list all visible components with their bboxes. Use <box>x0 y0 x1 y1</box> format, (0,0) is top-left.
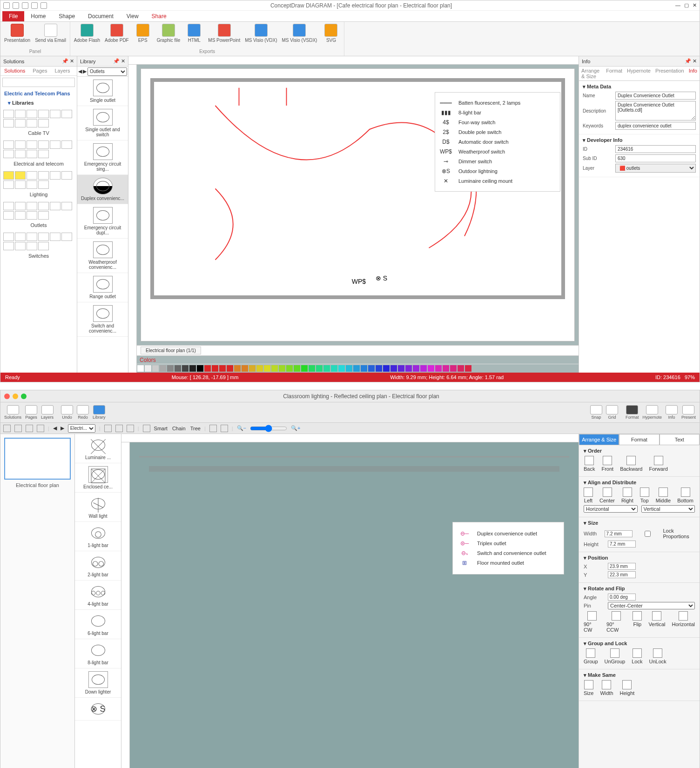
color-swatch[interactable] <box>167 365 174 372</box>
snap-button[interactable]: Snap <box>590 405 602 420</box>
send-email-button[interactable]: Send via Email <box>35 24 66 43</box>
layers-button[interactable]: Layers <box>41 405 54 420</box>
pages-button[interactable]: Pages <box>25 405 37 420</box>
text-tool-icon[interactable] <box>14 425 22 432</box>
tab-shape[interactable]: Shape <box>52 11 81 21</box>
undo-icon[interactable] <box>22 2 28 9</box>
zoom-button[interactable] <box>21 394 27 399</box>
color-swatch[interactable] <box>271 365 278 372</box>
color-swatch[interactable] <box>383 365 390 372</box>
angle-input[interactable] <box>608 594 636 601</box>
color-swatch[interactable] <box>458 365 464 372</box>
solutions-button[interactable]: Solutions <box>4 405 21 420</box>
same-width[interactable]: Width <box>600 680 613 696</box>
export-html[interactable]: HTML <box>185 24 203 43</box>
solution-category[interactable]: Electric and Telecom Plans <box>0 89 77 98</box>
lib-item[interactable]: Down lighter <box>75 668 121 698</box>
panel-close-icon[interactable]: 📌 ✕ <box>685 58 697 64</box>
grid-button[interactable]: Grid <box>606 405 618 420</box>
color-swatch[interactable] <box>197 365 203 372</box>
shape-tool-icon[interactable] <box>37 425 44 432</box>
stroke-tool-icon[interactable] <box>221 425 228 432</box>
align-bottom[interactable]: Bottom <box>677 488 693 503</box>
same-height[interactable]: Height <box>620 680 635 696</box>
pages-tab[interactable]: Pages <box>29 67 51 75</box>
export-visio-vdx[interactable]: MS Visio (VDX) <box>245 24 277 43</box>
maximize-button[interactable]: ▢ <box>684 2 689 8</box>
ungroup-button[interactable]: UnGroup <box>605 648 626 664</box>
layers-tab[interactable]: Layers <box>51 67 74 75</box>
zoom-slider[interactable] <box>250 425 287 432</box>
color-swatch[interactable] <box>420 365 427 372</box>
info-tab-info[interactable]: Info <box>687 67 700 80</box>
color-swatch[interactable] <box>316 365 323 372</box>
color-swatch[interactable] <box>204 365 211 372</box>
color-swatch[interactable] <box>227 365 233 372</box>
flip-horizontal[interactable]: Horizontal <box>672 611 695 633</box>
library-button[interactable]: Library <box>93 405 106 420</box>
lib-item[interactable]: Weatherproof convenienc... <box>77 239 128 273</box>
align-top[interactable]: Top <box>640 488 649 503</box>
fill-tool-icon[interactable] <box>209 425 217 432</box>
library-grid-electrical[interactable]: Electrical and telecom <box>0 139 77 169</box>
tab-view[interactable]: View <box>120 11 145 21</box>
lib-item[interactable]: Switch and convenienc... <box>77 302 128 337</box>
color-swatch[interactable] <box>160 365 166 372</box>
name-input[interactable] <box>615 92 696 100</box>
color-swatch[interactable] <box>279 365 285 372</box>
panel-pin-icon[interactable]: 📌 ✕ <box>62 58 74 64</box>
lib-item[interactable]: Range outlet <box>77 273 128 302</box>
library-grid-lighting[interactable]: Lighting <box>0 169 77 200</box>
align-left[interactable]: Left <box>584 488 593 503</box>
info-tab-arrange[interactable]: Arrange & Size <box>579 67 604 80</box>
lib-item[interactable]: Emergency circuit sing... <box>77 140 128 175</box>
distribute-horizontal[interactable]: Horizontal <box>584 505 638 513</box>
info-tab-hypernote[interactable]: Hypernote <box>625 67 653 80</box>
color-swatch[interactable] <box>189 365 196 372</box>
rotate-ccw[interactable]: 90° CCW <box>606 611 626 633</box>
lib-next-icon[interactable]: ▶ <box>83 68 87 74</box>
solutions-search-input[interactable] <box>2 78 75 87</box>
cursor-tool-icon[interactable] <box>3 425 11 432</box>
library-grid-cabletv[interactable]: Cable TV <box>0 108 77 139</box>
pen-tool-icon[interactable] <box>115 425 123 432</box>
smart-connector[interactable] <box>143 425 150 432</box>
color-swatch[interactable] <box>175 365 181 372</box>
drawing-page[interactable]: WP$ ⊗ S ═══Batten fluorescent, 2 lamps ▮… <box>141 68 575 341</box>
export-visio-vsdx[interactable]: MS Visio (VSDX) <box>282 24 317 43</box>
export-ppt[interactable]: MS PowerPoint <box>208 24 240 43</box>
color-swatch[interactable] <box>234 365 241 372</box>
inspector-tab-arrange[interactable]: Arrange & Size <box>579 434 619 445</box>
color-swatch[interactable] <box>309 365 315 372</box>
inspector-tab-format[interactable]: Format <box>619 434 659 445</box>
library-select[interactable]: Electri... <box>68 424 95 433</box>
lib-prev-icon[interactable]: ◀ <box>78 68 82 74</box>
color-swatches[interactable] <box>137 364 579 373</box>
color-swatch[interactable] <box>443 365 449 372</box>
order-back[interactable]: Back <box>584 456 595 472</box>
color-swatch[interactable] <box>256 365 263 372</box>
color-swatch[interactable] <box>405 365 412 372</box>
solutions-tab[interactable]: Solutions <box>0 67 29 75</box>
color-swatch[interactable] <box>398 365 404 372</box>
color-swatch[interactable] <box>368 365 375 372</box>
zoom-out-icon[interactable]: 🔍− <box>237 425 246 431</box>
lib-item[interactable]: 8-light bar <box>75 639 121 668</box>
export-svg[interactable]: SVG <box>322 24 340 43</box>
format-button[interactable]: Format <box>626 405 639 420</box>
minimize-button[interactable]: — <box>675 2 680 8</box>
hypernote-button[interactable]: Hypernote <box>642 405 662 420</box>
color-swatch[interactable] <box>294 365 300 372</box>
present-button[interactable]: Present <box>681 405 696 420</box>
color-swatch[interactable] <box>152 365 159 372</box>
color-swatch[interactable] <box>249 365 256 372</box>
minimize-button[interactable] <box>13 394 18 399</box>
tab-share[interactable]: Share <box>145 11 173 21</box>
export-graphic[interactable]: Graphic file <box>157 24 181 43</box>
color-swatch[interactable] <box>376 365 382 372</box>
lib-item[interactable]: 1-light bar <box>75 522 121 551</box>
unlock-button[interactable]: UnLock <box>649 648 666 664</box>
page-thumbnail[interactable] <box>4 438 71 480</box>
align-right[interactable]: Right <box>621 488 633 503</box>
panel-close-icon[interactable]: 📌 ✕ <box>113 58 125 64</box>
